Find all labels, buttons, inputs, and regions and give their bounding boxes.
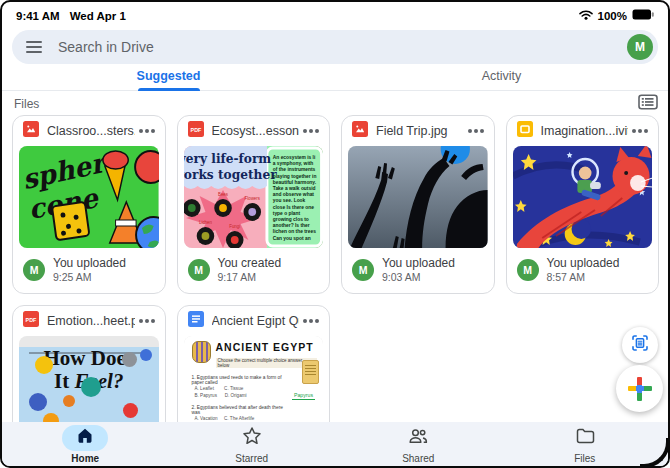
- thumbnail-imagination-drawing[interactable]: [513, 146, 653, 248]
- emoji-shocked: [122, 352, 137, 367]
- svg-text:PDF: PDF: [190, 127, 201, 133]
- more-menu-icon[interactable]: [309, 319, 313, 323]
- owner-avatar: M: [352, 259, 374, 281]
- thumbnail-classroom-posters[interactable]: sphere cone: [19, 146, 159, 248]
- nav-item-shared[interactable]: Shared: [335, 422, 502, 466]
- more-menu-icon[interactable]: [474, 129, 478, 133]
- emotion-title-line2: It: [54, 369, 74, 393]
- tab-activity[interactable]: Activity: [335, 64, 668, 90]
- file-title: Field Trip.jpg: [376, 124, 464, 138]
- file-title: Classroo...sters.jpg: [47, 124, 135, 138]
- emoji-fuzzy-blue: [29, 393, 47, 411]
- docs-file-icon: [188, 311, 204, 331]
- file-title: Imagination...ivity: [541, 124, 629, 138]
- file-meta: M You uploaded9:25 AM: [13, 248, 165, 293]
- svg-text:Lichen: Lichen: [199, 220, 212, 225]
- owner-avatar: M: [23, 259, 45, 281]
- emoji-angry: [123, 403, 138, 418]
- file-action: You created: [218, 256, 282, 270]
- file-title: Ancient Egipt Quiz: [212, 314, 300, 328]
- emoji-blue: [140, 349, 152, 361]
- owner-avatar: M: [188, 259, 210, 281]
- file-meta: M You created9:17 AM: [178, 248, 330, 293]
- home-icon: [76, 427, 94, 449]
- new-file-button[interactable]: [616, 365, 663, 412]
- star-icon: [242, 426, 262, 450]
- svg-text:PDF: PDF: [26, 317, 37, 323]
- emoji-teal: [81, 377, 101, 397]
- file-card[interactable]: Imagination...ivity: [506, 115, 660, 294]
- document-scanner-icon: [630, 333, 650, 357]
- thumbnail-field-trip-photo[interactable]: [348, 146, 488, 248]
- file-meta: M You uploaded8:57 AM: [507, 248, 659, 293]
- nav-item-home[interactable]: Home: [2, 422, 169, 466]
- clock: 9:41 AM: [16, 10, 60, 22]
- bottom-navigation: Home Starred Shared Files: [2, 422, 668, 466]
- file-card[interactable]: Field Trip.jpg: [341, 115, 495, 294]
- suggested-files-row-1: Classroo...sters.jpg sphere cone M You u…: [12, 115, 659, 294]
- folder-icon: [575, 426, 595, 450]
- file-card[interactable]: Classroo...sters.jpg sphere cone M You u…: [12, 115, 166, 294]
- quiz-answer-1: Papyrus: [292, 392, 315, 400]
- people-icon: [408, 426, 428, 450]
- more-menu-icon[interactable]: [309, 129, 313, 133]
- jpg-file-icon: [23, 121, 39, 141]
- search-input[interactable]: [56, 38, 627, 56]
- pdf-file-icon: PDF: [188, 121, 204, 141]
- more-menu-icon[interactable]: [145, 319, 149, 323]
- drive-app-window: 9:41 AM Wed Apr 1 100% M Suggested Activ…: [0, 0, 670, 468]
- status-bar: 9:41 AM Wed Apr 1 100%: [2, 2, 668, 26]
- file-action: You uploaded: [53, 256, 126, 270]
- list-view-toggle-icon[interactable]: [638, 94, 658, 114]
- scan-button[interactable]: [622, 327, 658, 363]
- menu-icon[interactable]: [26, 41, 42, 53]
- active-tab-indicator: [138, 88, 200, 91]
- ecosystem-paragraph: An ecosystem is li a symphony, with of t…: [269, 152, 320, 243]
- file-time: 8:57 AM: [547, 271, 620, 283]
- account-avatar[interactable]: M: [627, 34, 653, 60]
- owner-avatar: M: [517, 259, 539, 281]
- wifi-icon: [579, 9, 593, 22]
- file-time: 9:03 AM: [382, 271, 455, 283]
- files-section-header: Files: [14, 94, 658, 114]
- quiz-question-2: 2. Egyptians believed that after death t…: [192, 405, 292, 415]
- file-action: You uploaded: [382, 256, 455, 270]
- nav-item-files[interactable]: Files: [502, 422, 669, 466]
- battery-icon: [632, 9, 654, 22]
- thumbnail-ecosystem-poster[interactable]: very life-form works together Bees Flowe…: [184, 146, 324, 248]
- search-row: M: [2, 26, 668, 68]
- tab-bar: Suggested Activity: [2, 64, 668, 91]
- pdf-file-icon: PDF: [23, 311, 39, 331]
- svg-text:Fungi: Fungi: [229, 224, 240, 229]
- search-bar[interactable]: M: [12, 30, 658, 64]
- files-section-title: Files: [14, 97, 39, 111]
- emoji-orange: [63, 395, 75, 407]
- battery-percent: 100%: [598, 10, 627, 22]
- dice-doodle: [52, 202, 89, 240]
- emotion-title-line1: How Does: [44, 346, 134, 370]
- file-action: You uploaded: [547, 256, 620, 270]
- tab-suggested[interactable]: Suggested: [2, 64, 335, 90]
- file-time: 9:17 AM: [218, 271, 282, 283]
- file-meta: M You uploaded9:03 AM: [342, 248, 494, 293]
- file-card[interactable]: PDF Ecosyst...esson.pdf very life-form w…: [177, 115, 331, 294]
- svg-text:Flowers: Flowers: [244, 196, 260, 201]
- svg-text:Bees: Bees: [218, 192, 229, 197]
- file-title: Ecosyst...esson.pdf: [212, 124, 300, 138]
- quiz-question-1: 1. Egyptians used reeds to make a form o…: [192, 375, 292, 385]
- more-menu-icon[interactable]: [638, 129, 642, 133]
- pharaoh-graphic: [192, 341, 211, 363]
- emoji-smiley: [35, 356, 53, 374]
- slides-file-icon: [517, 121, 533, 141]
- quiz-title: ANCIENT EGYPT: [216, 341, 318, 353]
- file-time: 9:25 AM: [53, 271, 126, 283]
- svg-text:very life-form: very life-form: [184, 151, 271, 166]
- svg-text:works together: works together: [184, 167, 277, 182]
- date: Wed Apr 1: [70, 10, 126, 22]
- jpg-file-icon: [352, 121, 368, 141]
- more-menu-icon[interactable]: [145, 129, 149, 133]
- file-title: Emotion...heet.pdf: [47, 314, 135, 328]
- nav-item-starred[interactable]: Starred: [169, 422, 336, 466]
- multicolor-plus-icon: [628, 377, 652, 401]
